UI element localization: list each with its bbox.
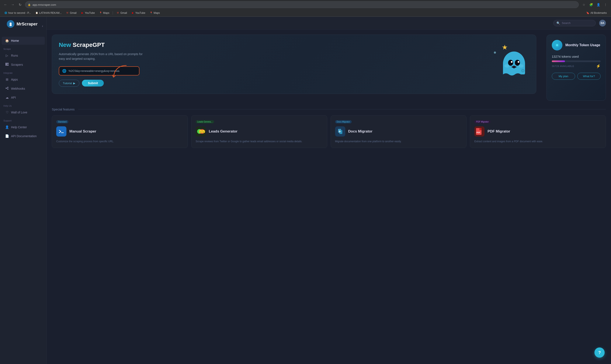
menu-button[interactable]: ⋮ bbox=[602, 2, 609, 8]
bookmark-item-5[interactable]: 📍 Maps bbox=[97, 11, 111, 15]
svg-point-5 bbox=[6, 88, 7, 89]
hero-description: Automatically generate JSON from a URL b… bbox=[59, 52, 148, 61]
back-button[interactable]: ← bbox=[2, 2, 9, 8]
feature-card-docs-migrator[interactable]: Docs Migrator Docs Migrator bbox=[331, 115, 467, 148]
sidebar-item-api-label: API bbox=[11, 96, 16, 99]
feature-badge-docs: Docs Migrator bbox=[335, 120, 352, 123]
bookmark-item-2[interactable]: 📋 LATIHAN REKAM... bbox=[34, 11, 63, 15]
sidebar-section-scrape: Scrape bbox=[0, 45, 46, 51]
bookmark-item-7[interactable]: ▶ YouTube bbox=[130, 11, 147, 15]
bookmark-item-3[interactable]: M Gmail bbox=[64, 11, 78, 15]
token-progress-bar bbox=[552, 60, 601, 62]
mascot: ★ bbox=[491, 41, 529, 80]
submit-button[interactable]: Submit bbox=[82, 80, 104, 87]
sidebar-item-help-center-label: Help Center bbox=[11, 126, 27, 129]
sidebar-item-apps-label: Apps bbox=[11, 78, 18, 81]
svg-line-9 bbox=[7, 88, 7, 89]
sidebar-header: MrScraper ‹ bbox=[0, 20, 46, 36]
sidebar-section-integrate: Integrate bbox=[0, 69, 46, 75]
svg-text:😟: 😟 bbox=[201, 130, 205, 134]
svg-point-7 bbox=[7, 89, 9, 90]
search-icon: 🔍 bbox=[557, 21, 560, 25]
token-progress-fill bbox=[552, 60, 565, 62]
bookmark-item-4[interactable]: ▶ YouTube bbox=[79, 11, 96, 15]
bookmark-label-3: Gmail bbox=[70, 12, 76, 14]
hero-title-rest: ScrapeGPT bbox=[73, 41, 105, 48]
nav-buttons: ← → ↻ bbox=[2, 2, 23, 8]
sidebar-item-home-label: Home bbox=[11, 39, 19, 42]
svg-rect-2 bbox=[5, 63, 7, 66]
sidebar-item-scrapers-label: Scrapers bbox=[11, 63, 23, 66]
token-title: Monthly Token Usage bbox=[565, 43, 600, 47]
bookmark-icon-6: M bbox=[116, 12, 119, 14]
docs-migrator-icon bbox=[335, 126, 345, 137]
what-for-button[interactable]: What for? bbox=[577, 73, 601, 80]
sidebar-item-scrapers[interactable]: Scrapers bbox=[2, 60, 45, 69]
sidebar-item-api-docs-label: API Documentation bbox=[11, 134, 37, 138]
app-logo: MrScraper bbox=[3, 20, 41, 32]
bookmark-label-2: LATIHAN REKAM... bbox=[39, 12, 62, 14]
all-bookmarks[interactable]: 🔖 All Bookmarks bbox=[584, 11, 609, 15]
user-avatar[interactable]: DA bbox=[599, 20, 606, 26]
sidebar-item-webhooks[interactable]: Webhooks bbox=[2, 84, 45, 93]
svg-point-18 bbox=[504, 64, 510, 68]
sidebar-item-api[interactable]: ☁ API bbox=[2, 93, 45, 102]
profile-button[interactable]: 👤 bbox=[595, 2, 601, 8]
sidebar-item-apps[interactable]: ⊞ Apps bbox=[2, 76, 45, 84]
docs-migrator-title: Docs Migrator bbox=[348, 129, 372, 134]
api-docs-icon: 📄 bbox=[5, 134, 9, 138]
all-bookmarks-label: All Bookmarks bbox=[590, 12, 607, 14]
sidebar-item-wall-of-love-label: Wall of Love bbox=[11, 111, 27, 114]
svg-point-11 bbox=[494, 52, 496, 54]
feature-card-header-pdf: PDF PDF Migrator bbox=[474, 126, 601, 137]
extensions-button[interactable]: 🧩 bbox=[588, 2, 594, 8]
reload-button[interactable]: ↻ bbox=[17, 2, 23, 8]
sidebar-item-home[interactable]: 🏠 Home bbox=[2, 37, 45, 45]
pdf-migrator-icon: PDF bbox=[474, 126, 485, 137]
help-fab-button[interactable]: ? bbox=[595, 348, 605, 358]
star-button[interactable]: ☆ bbox=[581, 2, 587, 8]
forward-button[interactable]: → bbox=[10, 2, 16, 8]
home-icon: 🏠 bbox=[5, 39, 9, 43]
help-center-icon: 👤 bbox=[5, 125, 9, 129]
feature-card-leads-generator[interactable]: Leads Genera... 😊 😟 Leads Generator bbox=[191, 115, 327, 148]
sidebar-item-wall-of-love[interactable]: ♡ Wall of Love bbox=[2, 108, 45, 116]
app-header: 🔍 DA bbox=[47, 17, 611, 29]
app-layout: MrScraper ‹ 🏠 Home Scrape ▷ Runs Scraper… bbox=[0, 17, 611, 364]
sidebar-section-support: Support bbox=[0, 117, 46, 123]
bookmark-icon-4: ▶ bbox=[81, 12, 84, 14]
bookmark-label-5: Maps bbox=[103, 12, 109, 14]
svg-point-19 bbox=[518, 64, 524, 68]
svg-point-23 bbox=[556, 44, 558, 46]
bookmark-item-1[interactable]: 🌐 hour to second - P... bbox=[2, 11, 33, 15]
manual-scraper-title: Manual Scraper bbox=[69, 129, 96, 134]
address-bar[interactable]: 🔒 app.mrscraper.com bbox=[25, 1, 579, 8]
search-input[interactable] bbox=[562, 21, 591, 25]
wall-of-love-icon: ♡ bbox=[5, 110, 9, 114]
special-features-label: Special features bbox=[52, 107, 75, 111]
tutorial-button[interactable]: Tutorial ▶ bbox=[59, 80, 79, 87]
svg-rect-1 bbox=[10, 24, 12, 26]
bookmark-icon-8: 📍 bbox=[149, 12, 153, 14]
my-plan-button[interactable]: My plan bbox=[552, 73, 575, 80]
manual-scraper-desc: Customize the scraping process from spec… bbox=[56, 140, 183, 143]
help-icon: ? bbox=[598, 350, 601, 355]
sidebar-item-runs[interactable]: ▷ Runs bbox=[2, 52, 45, 60]
bookmark-icon-1: 🌐 bbox=[4, 12, 7, 14]
sidebar-item-help-center[interactable]: 👤 Help Center bbox=[2, 123, 45, 131]
apps-icon: ⊞ bbox=[5, 78, 9, 81]
main-content: New ScrapeGPT Automatically generate JSO… bbox=[47, 29, 611, 364]
feature-card-header-docs: Docs Migrator bbox=[335, 126, 462, 137]
sidebar-collapse-button[interactable]: ‹ bbox=[42, 24, 43, 28]
search-bar[interactable]: 🔍 bbox=[553, 20, 596, 26]
bookmark-item-8[interactable]: 📍 Maps bbox=[148, 11, 162, 15]
feature-card-pdf-migrator[interactable]: PDF Migrator PDF PDF Migrator Extract c bbox=[470, 115, 606, 148]
leads-generator-title: Leads Generator bbox=[209, 129, 237, 134]
feature-badge-pdf: PDF Migrator bbox=[474, 120, 490, 123]
sidebar-item-api-docs[interactable]: 📄 API Documentation bbox=[2, 132, 45, 140]
bookmark-item-6[interactable]: M Gmail bbox=[115, 11, 129, 15]
feature-badge-standard: Standard bbox=[56, 120, 68, 123]
svg-rect-3 bbox=[7, 63, 9, 64]
feature-card-manual-scraper[interactable]: Standard Manual Scraper Customize the sc… bbox=[52, 115, 188, 148]
svg-point-6 bbox=[7, 87, 9, 88]
